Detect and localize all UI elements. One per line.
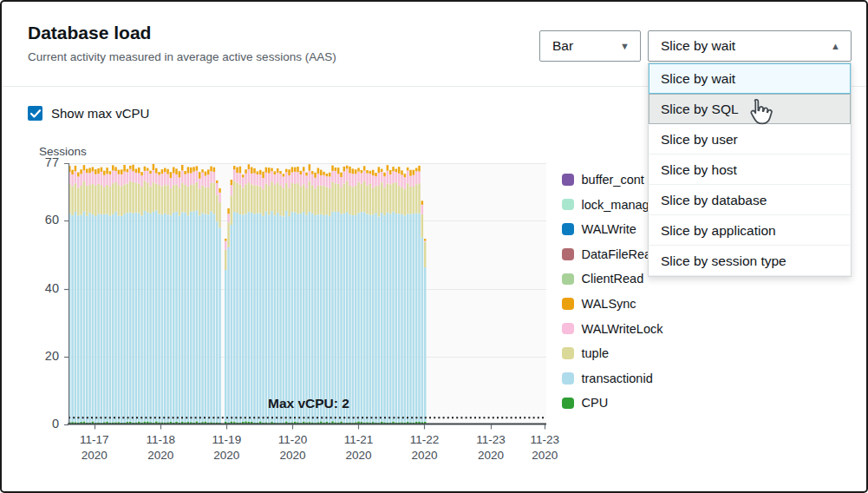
chart-type-select[interactable]: Bar ▼ <box>539 30 641 62</box>
bar-segment-tuple <box>239 184 242 214</box>
bar-segment-transactionid <box>196 210 199 421</box>
bar-segment-transactionid <box>138 214 140 422</box>
bar-segment-WALWriteLock <box>375 176 377 187</box>
bar-segment-tuple <box>129 181 132 213</box>
menu-item-slice-by-sql[interactable]: Slice by SQL <box>649 94 851 124</box>
bar-segment-tuple <box>248 182 251 212</box>
bar-segment-transactionid <box>147 213 149 422</box>
bar-segment-WALSync <box>147 168 149 171</box>
bar-segment-WALSync <box>190 168 193 174</box>
bar-segment-WALWriteLock <box>311 174 314 186</box>
checkbox-checked-icon[interactable] <box>28 106 42 121</box>
bar-segment-WALWriteLock <box>210 171 212 183</box>
bar-segment-WALWriteLock <box>164 172 166 185</box>
bar-segment-tuple <box>170 188 173 215</box>
bar-segment-transactionid <box>309 212 311 422</box>
max-vcpu-annotation: Max vCPU: 2 <box>268 396 349 411</box>
bar-segment-tuple <box>207 187 210 214</box>
bar-segment-WALSync <box>329 173 331 177</box>
bar-segment-transactionid <box>392 212 395 422</box>
bar-segment-transactionid <box>355 215 357 422</box>
bar-segment-tuple <box>253 185 256 214</box>
bar-segment-transactionid <box>401 214 403 423</box>
chevron-down-icon: ▼ <box>620 41 630 51</box>
bar-segment-tuple <box>283 188 285 217</box>
bar-segment-WALWriteLock <box>190 174 193 185</box>
menu-item-slice-by-session-type[interactable]: Slice by session type <box>649 246 851 276</box>
show-max-vcpu-row[interactable]: Show max vCPU <box>28 106 149 121</box>
bar-segment-tuple <box>381 182 383 213</box>
menu-item-slice-by-database[interactable]: Slice by database <box>649 185 851 215</box>
bar-segment-tuple <box>140 187 143 216</box>
menu-item-slice-by-user[interactable]: Slice by user <box>649 124 851 154</box>
bar-segment-WALWriteLock <box>309 171 311 181</box>
bar-segment-WALSync <box>161 169 164 174</box>
bar-segment-WALSync <box>97 168 100 174</box>
bar-segment-WALWriteLock <box>409 176 412 187</box>
bar-segment-tuple <box>173 185 175 213</box>
bar-segment-tuple <box>259 187 262 214</box>
bar-segment-WALWriteLock <box>421 205 424 214</box>
bar-segment-transactionid <box>375 213 377 423</box>
bar-segment-WALSync <box>179 171 181 177</box>
bar-segment-WALWriteLock <box>257 174 259 186</box>
bar-segment-WALWriteLock <box>147 171 149 183</box>
bar-segment-WALSync <box>227 208 230 214</box>
bar-segment-transactionid <box>101 214 103 423</box>
bar-segment-WALWriteLock <box>95 174 97 186</box>
bar-segment-tuple <box>80 186 82 215</box>
menu-item-slice-by-wait[interactable]: Slice by wait <box>649 63 851 94</box>
slice-by-select[interactable]: Slice by wait ▲ <box>648 30 852 62</box>
bar-segment-WALWriteLock <box>132 171 134 182</box>
bar-segment-tuple <box>233 181 236 212</box>
bar-segment-transactionid <box>233 212 236 422</box>
bar-segment-transactionid <box>337 212 340 423</box>
bar-segment-tuple <box>346 181 349 212</box>
bar-segment-WALSync <box>294 168 297 172</box>
bar-segment-tuple <box>357 182 360 214</box>
menu-item-slice-by-application[interactable]: Slice by application <box>649 215 851 246</box>
bar-segment-WALSync <box>205 172 207 176</box>
bar-segment-WALWriteLock <box>274 174 277 185</box>
bar-segment-WALSync <box>121 169 123 174</box>
bar-segment-tuple <box>398 186 401 214</box>
bar-segment-tuple <box>216 194 219 221</box>
bar-segment-WALSync <box>392 167 395 171</box>
bar-segment-transactionid <box>173 213 175 423</box>
bar-segment-tuple <box>329 188 331 216</box>
bar-segment-transactionid <box>114 212 117 423</box>
bar-segment-WALWriteLock <box>187 174 190 187</box>
bar-segment-transactionid <box>80 215 82 422</box>
bar-segment-transactionid <box>135 213 138 423</box>
bar-segment-WALSync <box>309 164 311 170</box>
bar-segment-tuple <box>245 184 247 214</box>
bar-segment-transactionid <box>363 212 366 422</box>
bar-segment-WALWriteLock <box>199 179 201 189</box>
bar-segment-WALSync <box>236 168 238 174</box>
bar-segment-WALWriteLock <box>337 174 340 184</box>
bar-segment-transactionid <box>239 214 242 423</box>
bar-segment-WALWriteLock <box>361 173 363 183</box>
bar-segment-WALWriteLock <box>404 177 407 189</box>
bar-segment-transactionid <box>205 214 207 421</box>
bar-segment-tuple <box>132 182 134 214</box>
bar-segment-WALWriteLock <box>71 174 74 187</box>
bar-segment-transactionid <box>274 215 277 423</box>
bar-segment-WALWriteLock <box>268 174 271 186</box>
bar-segment-WALSync <box>389 170 392 174</box>
bar-segment-transactionid <box>199 215 201 423</box>
menu-item-slice-by-host[interactable]: Slice by host <box>649 154 851 185</box>
bar-segment-WALWriteLock <box>352 174 355 187</box>
bar-segment-WALSync <box>75 166 77 171</box>
bar-segment-tuple <box>309 181 311 212</box>
bar-segment-transactionid <box>340 214 343 421</box>
bar-segment-transactionid <box>257 214 259 423</box>
bar-segment-transactionid <box>201 213 204 422</box>
bar-segment-WALSync <box>326 174 329 176</box>
x-tick-label: 11-182020 <box>133 432 188 463</box>
bar-segment-WALSync <box>323 172 325 175</box>
bar-segment-WALSync <box>387 165 389 171</box>
bar-segment-WALSync <box>346 166 349 169</box>
bar-segment-WALWriteLock <box>401 175 403 187</box>
bar-segment-WALWriteLock <box>149 174 152 186</box>
